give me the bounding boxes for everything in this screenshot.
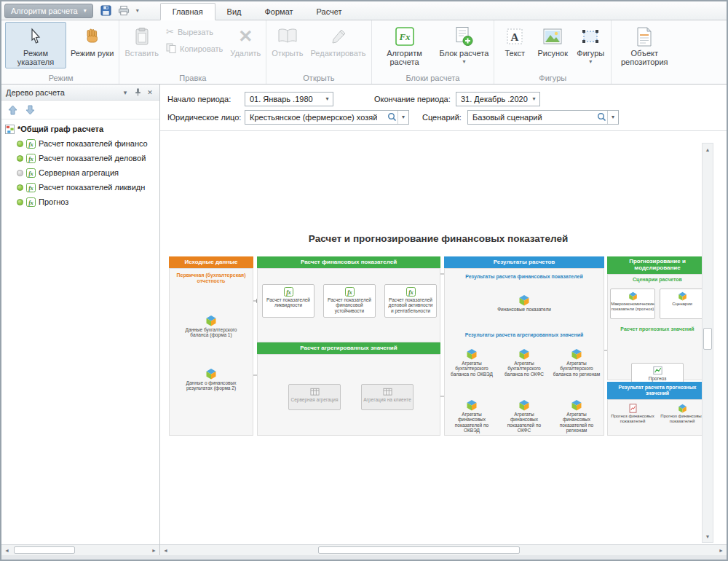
scroll-down-icon[interactable]: ▼ bbox=[703, 530, 713, 542]
calc-algorithm-button[interactable]: Fx Алгоритм расчета bbox=[374, 22, 435, 68]
fx-node-stability[interactable]: Расчет показателей финансовой устойчивос… bbox=[323, 284, 376, 318]
calc-column-header[interactable]: Расчет финансовых показателей bbox=[257, 256, 440, 268]
figures-button[interactable]: Фигуры ▾ bbox=[572, 22, 609, 66]
search-icon[interactable] bbox=[596, 112, 607, 122]
svg-text:Fx: Fx bbox=[398, 31, 411, 42]
result-fin-okved[interactable]: Агрегаты финансовых показателей по ОКВЭД bbox=[448, 399, 496, 433]
qat-dropdown-button[interactable]: ▾ bbox=[134, 7, 141, 14]
period-start-combo[interactable]: 01. Январь .1980 ▾ bbox=[245, 92, 333, 106]
app-menu-button[interactable]: Алгоритм расчета ▾ bbox=[4, 4, 93, 18]
paste-button[interactable]: Вставить bbox=[122, 22, 162, 59]
tree-item-root[interactable]: *Общий граф расчета bbox=[1, 122, 159, 136]
close-icon[interactable]: ✕ bbox=[145, 87, 155, 98]
vscroll-thumb[interactable] bbox=[703, 328, 712, 350]
edit-object-button[interactable]: Редактировать bbox=[308, 22, 369, 59]
pointer-mode-button[interactable]: Режим указателя bbox=[5, 22, 66, 68]
picture-button[interactable]: Рисунок bbox=[534, 22, 571, 59]
tree-horizontal-scrollbar[interactable]: ◄ ► bbox=[1, 544, 159, 555]
chevron-down-icon[interactable]: ▾ bbox=[322, 93, 333, 106]
scroll-up-icon[interactable]: ▲ bbox=[703, 144, 713, 155]
cube-icon bbox=[518, 348, 530, 360]
scen-node-scenarios[interactable]: Сценарии bbox=[660, 289, 705, 319]
fx-block-icon bbox=[26, 197, 36, 207]
tree-item-liquidity-indicators[interactable]: Расчет показателей ликвидн bbox=[1, 180, 159, 195]
result-balance-okfs[interactable]: Агрегаты бухгалтерского баланса по ОКФС bbox=[500, 348, 548, 377]
forecast-result-header[interactable]: Результат расчета прогнозных значений bbox=[607, 382, 708, 399]
scen-node-macro[interactable]: Макроэкономические показатели (прогноз) bbox=[610, 289, 655, 319]
text-shape-label: Текст bbox=[505, 49, 525, 58]
open-button[interactable]: Открыть bbox=[269, 22, 306, 59]
canvas-horizontal-scrollbar[interactable]: ◄ ► bbox=[160, 544, 727, 555]
tree-item-server-aggregation[interactable]: Серверная агрегация bbox=[1, 165, 159, 180]
canvas-vertical-scrollbar[interactable]: ▲ ▼ bbox=[702, 143, 713, 543]
result-forecast-1[interactable]: Прогноз финансовых показателей bbox=[610, 404, 655, 423]
period-end-combo[interactable]: 31. Декабрь .2020 ▾ bbox=[456, 92, 540, 106]
result-fin-okfs[interactable]: Агрегаты финансовых показателей по ОКФС bbox=[500, 399, 548, 433]
fx-icon bbox=[406, 287, 416, 297]
node-fin-results-form2[interactable]: Данные о финансовых результатах (форма 2… bbox=[185, 368, 237, 391]
scroll-right-icon[interactable]: ► bbox=[716, 545, 727, 556]
fx-node-liquidity[interactable]: Расчет показателей ликвидности bbox=[262, 284, 314, 318]
cut-button[interactable]: ✂ Вырезать bbox=[163, 25, 226, 39]
diagram-canvas[interactable]: Расчет и прогнозирование финансовых пока… bbox=[160, 131, 727, 544]
text-shape-button[interactable]: A Текст bbox=[496, 22, 533, 59]
search-icon[interactable] bbox=[386, 112, 397, 122]
copy-button[interactable]: Копировать bbox=[163, 42, 226, 56]
ribbon-group-label-blocks: Блоки расчета bbox=[374, 72, 492, 84]
ribbon-group-label-repository bbox=[614, 72, 675, 84]
open-book-icon bbox=[277, 26, 298, 47]
tab-home[interactable]: Главная bbox=[160, 3, 215, 20]
tab-calculation[interactable]: Расчет bbox=[305, 4, 354, 20]
forecast-column-header[interactable]: Прогнозирование и моделирование bbox=[607, 256, 708, 274]
panel-menu-icon[interactable]: ▾ bbox=[120, 87, 130, 98]
scroll-left-icon[interactable]: ◄ bbox=[1, 545, 12, 556]
tree-item-label: Прогноз bbox=[39, 197, 68, 206]
legal-entity-combo[interactable]: Крестьянское (фермерское) хозяй ▾ bbox=[245, 110, 409, 125]
node-fin-indicators[interactable]: Финансовые показатели bbox=[491, 294, 557, 312]
node-caption: Сценарии bbox=[672, 302, 692, 307]
pin-icon[interactable] bbox=[132, 87, 143, 98]
tab-view[interactable]: Вид bbox=[215, 4, 253, 20]
copy-label: Копировать bbox=[180, 44, 223, 53]
titlebar: Алгоритм расчета ▾ ▾ Главная Вид Формат … bbox=[1, 1, 727, 20]
move-up-button[interactable] bbox=[5, 103, 20, 117]
tree-item-fin-indicators[interactable]: Расчет показателей финансо bbox=[1, 136, 159, 151]
node-balance-form1[interactable]: Данные бухгалтерского баланса (форма 1) bbox=[185, 315, 237, 338]
tree-item-forecast[interactable]: Прогноз bbox=[1, 195, 159, 209]
column-calculation: Расчет финансовых показателей Расчет пок… bbox=[257, 256, 440, 436]
move-down-button[interactable] bbox=[23, 103, 37, 117]
vscroll-track[interactable] bbox=[703, 155, 713, 530]
scenario-combo[interactable]: Базовый сценарий ▾ bbox=[467, 110, 619, 125]
down-arrow-icon bbox=[25, 105, 35, 115]
result-fin-region[interactable]: Агрегаты финансовых показателей по регио… bbox=[553, 399, 601, 433]
agg-node-client[interactable]: Агрегация на клиенте bbox=[361, 384, 414, 410]
tab-format[interactable]: Формат bbox=[253, 4, 305, 20]
print-button[interactable] bbox=[116, 4, 131, 18]
chevron-down-icon[interactable]: ▾ bbox=[397, 111, 408, 124]
tree-scroll-track[interactable] bbox=[12, 545, 149, 555]
tree-item-business-indicators[interactable]: Расчет показателей деловой bbox=[1, 151, 159, 165]
column-forecasting: Прогнозирование и моделирование Сценарии… bbox=[607, 256, 708, 436]
result-forecast-2[interactable]: Прогноз финансовых показателей bbox=[660, 404, 705, 423]
aggregation-header[interactable]: Расчет агрегированных значений bbox=[257, 342, 440, 354]
save-button[interactable] bbox=[99, 4, 114, 18]
result-balance-okved[interactable]: Агрегаты бухгалтерского баланса по ОКВЭД bbox=[448, 348, 496, 377]
fx-node-activity[interactable]: Расчет показателей деловой активности и … bbox=[384, 284, 437, 318]
chevron-down-icon[interactable]: ▾ bbox=[529, 93, 539, 106]
calc-block-dropdown-icon: ▾ bbox=[462, 59, 465, 65]
repository-object-button[interactable]: Объект репозитория bbox=[614, 22, 675, 68]
scroll-left-icon[interactable]: ◄ bbox=[160, 545, 171, 556]
results-column-header[interactable]: Результаты расчетов bbox=[444, 256, 604, 268]
figures-label: Фигуры bbox=[577, 49, 604, 58]
chevron-down-icon[interactable]: ▾ bbox=[607, 111, 618, 124]
calc-block-button[interactable]: Блок расчета ▾ bbox=[437, 22, 492, 66]
scroll-right-icon[interactable]: ► bbox=[149, 545, 159, 556]
hand-mode-button[interactable]: Режим руки bbox=[68, 22, 116, 59]
delete-button[interactable]: ✕ Удалить bbox=[227, 22, 264, 59]
agg-node-server[interactable]: Серверная агрегация bbox=[288, 384, 341, 410]
hscroll-thumb[interactable] bbox=[318, 546, 520, 554]
hscroll-track[interactable] bbox=[171, 545, 716, 555]
tree-scroll-thumb[interactable] bbox=[14, 546, 75, 554]
result-balance-region[interactable]: Агрегаты бухгалтерского баланса по регио… bbox=[553, 348, 601, 377]
source-column-header[interactable]: Исходные данные bbox=[169, 256, 253, 268]
